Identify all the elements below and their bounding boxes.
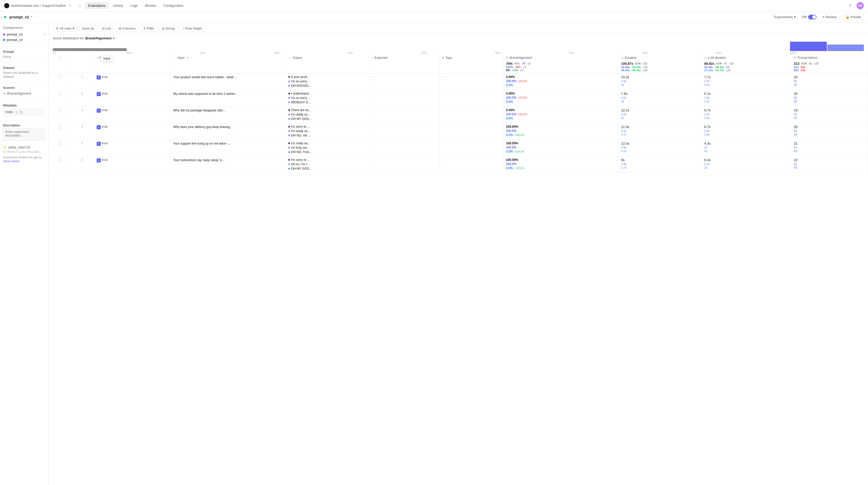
safety-badge[interactable]: ⚡ safety_cd2e716 <box>3 146 45 149</box>
cell-tags: – <box>439 90 503 107</box>
cell-input[interactable]: Your product smells like burnt rubber - … <box>170 73 285 90</box>
brand-score: 100.0% <box>506 79 517 83</box>
llm-badge-up: ↗1 <box>723 62 727 65</box>
tok-value: 25 <box>794 92 798 96</box>
page-title-text: prompt_v1 <box>9 15 29 19</box>
tokens-col-icon: ⊞ <box>794 56 797 60</box>
output-text: If your prod... <box>291 75 309 79</box>
sec-nav-right: Experiments ▾ Diff ≡ Review 🔒 Private <box>771 13 864 21</box>
llm-value: 2.4s <box>704 113 710 116</box>
comparison-item-v3[interactable]: prompt_v3 <box>3 37 45 42</box>
nav-tab-monitor[interactable]: Monitor <box>142 2 159 9</box>
llm-line: 5.1s <box>704 92 788 96</box>
page-title-chevron[interactable]: ▾ <box>31 15 32 19</box>
cell-llm-duration: 6.4s 2.1s 2s <box>702 156 791 173</box>
score-dist-chevron[interactable]: ▾ <box>113 36 115 40</box>
cell-input[interactable]: My refund was supposed to be here 2 week… <box>170 90 285 107</box>
columns-button[interactable]: ⊞ Columns <box>116 25 138 32</box>
duration-badge: ↘10 <box>642 62 647 65</box>
comparison-chevron: ▾ <box>44 33 45 36</box>
duration-stat-row2: 39.44s +66.43s ↘10 <box>621 69 699 72</box>
expected-dash: – <box>372 92 437 95</box>
dur-value: 2.9s <box>621 80 626 83</box>
created-by-link[interactable]: Adrian Barbir <box>3 160 20 163</box>
brand-avg-label: AVG <box>514 62 520 65</box>
nav-tab-configuration[interactable]: Configuration <box>160 2 187 9</box>
dur-line: 3.3s <box>621 113 699 116</box>
row-checkbox[interactable] <box>58 108 61 112</box>
description-input[interactable] <box>3 128 45 141</box>
table-row[interactable]: 5 ✦ eval Your support line hung up on me… <box>49 140 868 156</box>
private-button[interactable]: 🔒 Private <box>843 13 864 21</box>
select-all-checkbox[interactable] <box>58 56 61 60</box>
llm-col-label: LLM duration <box>708 56 726 60</box>
cell-input[interactable]: Why did my package disappear afte... <box>170 107 285 123</box>
table-wrapper[interactable]: ≡ Name → Input ▾ <box>49 54 868 485</box>
brand-score: 0.0% <box>506 166 513 170</box>
group-button[interactable]: ⊟ Group <box>159 25 178 32</box>
help-icon[interactable]: ? <box>846 2 854 9</box>
scorer-brand-alignment[interactable]: % BrandAlignment <box>3 91 45 96</box>
dur-value: 2.7s <box>621 166 626 169</box>
cell-input[interactable]: Your instructions say 'easy setup' b... <box>170 156 285 173</box>
cell-name: ✦ eval <box>94 73 170 90</box>
row-checkbox[interactable] <box>58 158 61 162</box>
output-text: OH NO, I'M ... <box>291 134 310 137</box>
llm-line: 4.3s <box>704 142 788 145</box>
row-checkbox[interactable] <box>58 92 61 95</box>
cell-input[interactable]: Why does your delivery guy keep leaving.… <box>170 123 285 140</box>
dur-line: 4s <box>621 116 699 119</box>
output-item: WOWZA!! S... <box>288 100 366 104</box>
brand-change: +100.0% <box>514 134 524 137</box>
comparisons-section: Comparisons prompt_v2 ▾ prompt_v3 <box>3 26 45 42</box>
llm-value: 1.9s <box>704 96 710 99</box>
table-row[interactable]: 3 ✦ eval Why did my package disappear af… <box>49 107 868 123</box>
table-header: ≡ Name → Input ▾ <box>49 54 868 73</box>
review-button[interactable]: ≡ Review <box>819 13 839 21</box>
dur-line: 12.3s <box>621 142 699 145</box>
nav-brand-chevron[interactable]: ▼ <box>69 4 72 7</box>
metadata-yaml[interactable]: YAML <box>5 110 13 114</box>
row-checkbox[interactable] <box>58 75 61 79</box>
nav-tab-library[interactable]: Library <box>110 2 126 9</box>
expected-dash: – <box>372 158 437 162</box>
row-checkbox[interactable] <box>58 142 61 145</box>
scorers-section: Scorers % BrandAlignment <box>3 86 45 96</box>
output-item: I understand... <box>288 92 366 95</box>
save-as-label: Save as <box>82 26 94 30</box>
llm-value: 3.3s <box>704 116 710 119</box>
duration-stats: 105.87s SUM ↘10 42.38s +63.49s ↘10 <box>618 61 702 73</box>
eval-label: eval <box>102 142 107 145</box>
row-checkbox[interactable] <box>58 125 61 128</box>
table-row[interactable]: 2 ✦ eval My refund was supposed to be he… <box>49 90 868 107</box>
sec-nav: prompt_v1 ▾ Experiments ▾ Diff ≡ Review … <box>0 11 868 23</box>
cell-input[interactable]: Your support line hung up on me twice -.… <box>170 140 285 156</box>
description-label: Description <box>3 124 45 127</box>
user-avatar[interactable]: AB <box>857 2 864 9</box>
all-rows-button[interactable]: ☰ All rows ▾ <box>53 25 77 32</box>
nav-tab-evaluations[interactable]: Evaluations <box>85 2 108 9</box>
comparison-item-v2[interactable]: prompt_v2 ▾ <box>3 32 45 37</box>
tok-line: 60 <box>794 80 865 83</box>
table-row[interactable]: 1 ✦ eval Your product smells like burnt … <box>49 73 868 90</box>
tokens-stat-main: 213 SUM ↗1 ↘10 <box>794 62 865 65</box>
nav-tab-home[interactable]: ⌂ <box>76 2 84 9</box>
input-col-chevron[interactable]: ▾ <box>187 56 188 60</box>
table-row[interactable]: 4 ✦ eval Why does your delivery guy keep… <box>49 123 868 140</box>
score-dist-labels: 0% 10% 20% 30% 40% 50% 60% 70% 80% 90% 1… <box>53 52 864 54</box>
brand-col-label: BrandAlignment <box>510 56 532 60</box>
list-button[interactable]: ⊟ List <box>99 25 114 32</box>
output-text: I'm sorry to ... <box>291 158 310 162</box>
save-as-button[interactable]: Save as <box>79 25 97 32</box>
diff-toggle-switch[interactable] <box>808 15 816 20</box>
th-input: → Input ▾ <box>170 54 285 73</box>
filter-button[interactable]: ⊻ Filter <box>141 25 157 32</box>
duration-row1-change: +63.49s <box>631 66 641 69</box>
table-row[interactable]: 6 ✦ eval Your instructions say 'easy set… <box>49 156 868 173</box>
nav-tab-logs[interactable]: Logs <box>127 2 141 9</box>
experiments-button[interactable]: Experiments ▾ <box>771 13 799 21</box>
llm-line: 2.3s <box>704 80 788 83</box>
metadata-obj: {} <box>19 110 23 114</box>
row-height-button[interactable]: ↕ Row height <box>180 25 205 32</box>
llm-row1: 30.48s <box>704 65 713 69</box>
